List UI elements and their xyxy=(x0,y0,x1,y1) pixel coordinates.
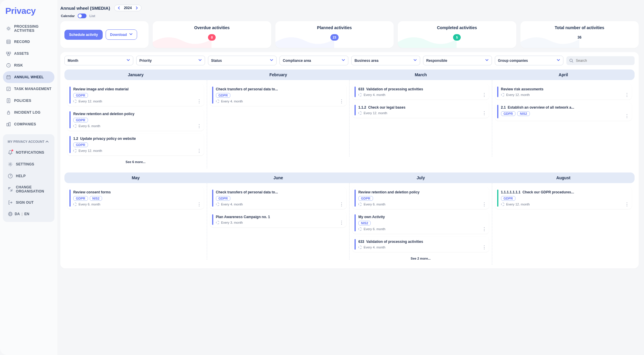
activity-card[interactable]: Plan Awareness Campaign no. 1Every 3. mo… xyxy=(210,212,347,227)
account-section: MY PRIVACY ACCOUNT NOTIFICATIONSSETTINGS… xyxy=(3,134,54,222)
sidebar-item-companies[interactable]: COMPANIES xyxy=(3,118,54,130)
activity-title: My own Activity xyxy=(357,215,486,219)
sidebar-item-policies[interactable]: POLICIES xyxy=(3,95,54,107)
activity-card[interactable]: 1.1.1.1.1.1.1 Check our GDPR procedures.… xyxy=(495,187,632,209)
nav-icon xyxy=(6,86,11,92)
recurrence-icon xyxy=(501,93,505,97)
sidebar-item-task-management[interactable]: TASK MANAGEMENT xyxy=(3,83,54,95)
tag: GDPR xyxy=(73,142,88,147)
card-menu-button[interactable]: ⋮ xyxy=(197,203,202,206)
activity-card[interactable]: Review retention and deletion policyGDPR… xyxy=(352,187,489,209)
activity-card[interactable]: 633 Validation of processing activitiesE… xyxy=(352,237,489,252)
activity-card[interactable]: Check transfers of personal data to...GD… xyxy=(210,84,347,106)
card-menu-button[interactable]: ⋮ xyxy=(482,94,487,97)
activity-title: Check transfers of personal data to... xyxy=(214,87,344,91)
filter-month[interactable]: Month xyxy=(64,56,133,65)
activity-card[interactable]: Review retention and deletion policyGDPR… xyxy=(67,109,204,131)
sidebar-item-incident-log[interactable]: INCIDENT LOG xyxy=(3,107,54,118)
filter-compliance-area[interactable]: Compliance area xyxy=(279,56,348,65)
next-year-button[interactable] xyxy=(135,6,139,10)
tag: NIS2 xyxy=(517,111,530,116)
card-menu-button[interactable]: ⋮ xyxy=(197,150,202,152)
account-item-sign-out[interactable]: SIGN OUT xyxy=(5,197,53,208)
month-body: Review risk assessmentsEvery 12. month⋮2… xyxy=(492,80,635,157)
account-item-settings[interactable]: SETTINGS xyxy=(5,158,53,170)
month-header: March xyxy=(350,69,492,80)
month-header: June xyxy=(207,172,350,183)
card-menu-button[interactable]: ⋮ xyxy=(625,94,629,97)
activity-card[interactable]: 633 Validation of processing activitiesE… xyxy=(352,84,489,99)
sidebar-item-annual-wheel[interactable]: ANNUAL WHEEL xyxy=(3,71,54,83)
calendar-list-switch[interactable] xyxy=(78,14,86,18)
activity-title: Review retention and deletion policy xyxy=(71,112,201,116)
recurrence: Every 6. month xyxy=(71,203,201,206)
activity-card[interactable]: Review image and video materialGDPREvery… xyxy=(67,84,204,106)
sidebar: Privacy PROCESSING ACTIVITIESRECORDASSET… xyxy=(0,0,57,355)
account-header[interactable]: MY PRIVACY ACCOUNT xyxy=(5,137,53,147)
account-item-help[interactable]: HELP xyxy=(5,170,53,182)
activity-title: Review retention and deletion policy xyxy=(357,190,486,194)
prev-year-button[interactable] xyxy=(117,6,121,10)
recurrence: Every 4. month xyxy=(357,245,486,249)
card-menu-button[interactable]: ⋮ xyxy=(482,228,487,231)
activity-card[interactable]: 1.1.2 Check our legal basesEvery 12. mon… xyxy=(352,102,489,118)
schedule-activity-button[interactable]: Schedule activity xyxy=(64,30,103,40)
activity-title: 1.1.2 Check our legal bases xyxy=(357,105,486,110)
card-menu-button[interactable]: ⋮ xyxy=(339,100,344,103)
card-menu-button[interactable]: ⋮ xyxy=(625,203,629,206)
card-menu-button[interactable]: ⋮ xyxy=(482,203,487,206)
activity-card[interactable]: 2.1 Establish an overview of all network… xyxy=(495,102,632,121)
sidebar-item-record[interactable]: RECORD xyxy=(3,36,54,48)
nav-icon xyxy=(8,162,13,167)
svg-line-26 xyxy=(572,62,573,62)
nav-icon xyxy=(6,98,11,103)
filter-priority[interactable]: Priority xyxy=(136,56,205,65)
recurrence: Every 3. month xyxy=(214,221,344,224)
activity-name: Review image and video material xyxy=(73,87,129,91)
account-item-change-organisation[interactable]: CHANGE ORGANISATION xyxy=(5,182,53,197)
sidebar-item-risk[interactable]: RISK xyxy=(3,59,54,71)
lang-da[interactable]: DA xyxy=(15,212,20,216)
sidebar-item-label: ASSETS xyxy=(14,52,29,56)
recurrence-label: Every 4. month xyxy=(364,93,385,97)
search-input[interactable] xyxy=(576,59,632,63)
card-menu-button[interactable]: ⋮ xyxy=(482,112,487,115)
month-column: MayReview consent formsGDPRNIS2Every 6. … xyxy=(64,172,207,265)
stat-value: 36 xyxy=(525,34,635,39)
see-more-button[interactable]: See 6 more... xyxy=(67,158,204,164)
card-menu-button[interactable]: ⋮ xyxy=(339,203,344,206)
filter-responsible[interactable]: Responsible xyxy=(423,56,492,65)
activity-card[interactable]: Check transfers of personal data to...GD… xyxy=(210,187,347,209)
card-menu-button[interactable]: ⋮ xyxy=(197,100,202,103)
activity-code: 2.1 xyxy=(501,105,506,110)
activity-card[interactable]: My own ActivityNIS2Every 6. month⋮ xyxy=(352,212,489,234)
activity-card[interactable]: Review consent formsGDPRNIS2Every 6. mon… xyxy=(67,187,204,209)
lang-en[interactable]: EN xyxy=(24,212,29,216)
card-menu-button[interactable]: ⋮ xyxy=(625,115,629,118)
svg-rect-5 xyxy=(9,52,11,54)
activity-title: 1.1.1.1.1.1.1 Check our GDPR procedures.… xyxy=(499,190,629,194)
tag: GDPR xyxy=(73,196,88,201)
download-button[interactable]: Download xyxy=(106,29,137,40)
filter-group-companies[interactable]: Group companies xyxy=(495,56,564,65)
recurrence-icon xyxy=(216,203,219,206)
month-column: March633 Validation of processing activi… xyxy=(350,69,492,168)
card-menu-button[interactable]: ⋮ xyxy=(339,221,344,224)
filter-business-area[interactable]: Business area xyxy=(351,56,420,65)
activity-card[interactable]: Review risk assessmentsEvery 12. month⋮ xyxy=(495,84,632,99)
see-more-button[interactable]: See 2 more... xyxy=(352,255,489,261)
account-item-label: SETTINGS xyxy=(16,162,34,166)
card-menu-button[interactable]: ⋮ xyxy=(482,246,487,249)
account-item-label: NOTIFICATIONS xyxy=(16,150,44,155)
account-item-notifications[interactable]: NOTIFICATIONS xyxy=(5,147,53,158)
tag: GDPR xyxy=(358,196,373,201)
tag: GDPR xyxy=(73,93,88,98)
account-item-label: CHANGE ORGANISATION xyxy=(16,185,50,193)
activity-card[interactable]: 1.2 Update privacy policy on websiteGDPR… xyxy=(67,134,204,155)
recurrence: Every 6. month xyxy=(357,227,486,231)
sidebar-item-processing-activities[interactable]: PROCESSING ACTIVITIES xyxy=(3,21,54,36)
activity-code: 1.1.1.1.1.1.1 xyxy=(501,190,521,194)
card-menu-button[interactable]: ⋮ xyxy=(197,125,202,128)
filter-status[interactable]: Status xyxy=(208,56,277,65)
sidebar-item-assets[interactable]: ASSETS xyxy=(3,48,54,59)
